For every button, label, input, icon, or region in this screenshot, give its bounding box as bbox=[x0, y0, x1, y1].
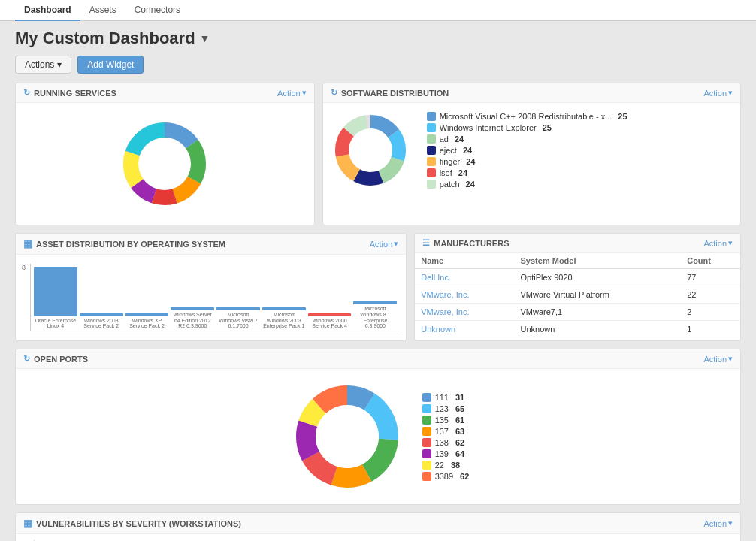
legend-item-0: Microsoft Visual C++ 2008 Redistributabl… bbox=[427, 112, 627, 121]
refresh-icon-op: ↻ bbox=[23, 354, 30, 364]
open-ports-body: 111 31 123 65 135 61 13 bbox=[16, 369, 740, 504]
table-row: Dell Inc. OptiPlex 9020 77 bbox=[415, 269, 740, 286]
port-legend-item-6: 22 38 bbox=[422, 461, 470, 470]
refresh-icon: ↻ bbox=[23, 88, 30, 98]
page-title: My Custom Dashboard bbox=[15, 29, 195, 48]
bar-icon-vuln: ▦ bbox=[23, 518, 32, 529]
port-legend-item-4: 138 62 bbox=[422, 438, 470, 447]
vulnerabilities-title: ▦ VULNERABILITIES BY SEVERITY (WORKSTATI… bbox=[23, 518, 241, 529]
manufacturers-title: ☰ MANUFACTURERS bbox=[422, 238, 509, 248]
manufacturers-table: Name System Model Count Dell Inc. OptiPl… bbox=[415, 253, 740, 337]
nav-assets[interactable]: Assets bbox=[80, 0, 125, 21]
vulnerabilities-widget: ▦ VULNERABILITIES BY SEVERITY (WORKSTATI… bbox=[15, 512, 741, 541]
software-distribution-body: Microsoft Visual C++ 2008 Redistributabl… bbox=[323, 103, 740, 198]
vulnerabilities-header: ▦ VULNERABILITIES BY SEVERITY (WORKSTATI… bbox=[16, 513, 740, 534]
open-ports-donut bbox=[287, 376, 407, 497]
top-navigation: Dashboard Assets Connectors bbox=[0, 0, 756, 21]
port-legend-item-0: 111 31 bbox=[422, 393, 470, 402]
nav-dashboard[interactable]: Dashboard bbox=[15, 0, 80, 21]
port-legend-item-3: 137 63 bbox=[422, 427, 470, 436]
open-ports-title: ↻ OPEN PORTS bbox=[23, 354, 88, 364]
mfr-name-link-0[interactable]: Dell Inc. bbox=[421, 273, 451, 282]
svg-point-17 bbox=[355, 134, 386, 166]
asset-distribution-title: ▦ ASSET DISTRIBUTION BY OPERATING SYSTEM bbox=[23, 238, 225, 249]
manufacturers-widget: ☰ MANUFACTURERS Action ▾ Name System Mod… bbox=[414, 233, 741, 341]
table-row: VMware, Inc. VMware Virtual Platform 22 bbox=[415, 286, 740, 304]
port-legend-item-5: 139 64 bbox=[422, 449, 470, 458]
running-services-action[interactable]: Action ▾ bbox=[277, 88, 307, 98]
manufacturers-header: ☰ MANUFACTURERS Action ▾ bbox=[415, 234, 740, 253]
open-ports-header: ↻ OPEN PORTS Action ▾ bbox=[16, 349, 740, 369]
port-legend-item-1: 123 65 bbox=[422, 404, 470, 413]
software-distribution-donut bbox=[329, 109, 412, 192]
asset-distribution-body: 8 Oracle Enterprise Linux 4 Windows 2003… bbox=[16, 255, 406, 340]
asset-distribution-widget: ▦ ASSET DISTRIBUTION BY OPERATING SYSTEM… bbox=[15, 233, 407, 341]
table-row: Unknown Unknown 1 bbox=[415, 321, 740, 338]
running-services-title: ↻ RUNNING SERVICES bbox=[23, 88, 116, 98]
legend-item-2: ad 24 bbox=[427, 134, 627, 144]
open-ports-legend: 111 31 123 65 135 61 13 bbox=[422, 393, 470, 481]
col-model: System Model bbox=[515, 253, 682, 269]
col-name: Name bbox=[415, 253, 514, 269]
widget-row-2: ▦ ASSET DISTRIBUTION BY OPERATING SYSTEM… bbox=[15, 233, 741, 341]
nav-connectors[interactable]: Connectors bbox=[125, 0, 189, 21]
software-distribution-widget: ↻ SOFTWARE DISTRIBUTION Action ▾ bbox=[322, 83, 741, 225]
svg-point-27 bbox=[316, 405, 379, 468]
open-ports-action[interactable]: Action ▾ bbox=[703, 354, 733, 364]
manufacturers-action[interactable]: Action ▾ bbox=[703, 238, 733, 248]
mfr-name-link-2[interactable]: VMware, Inc. bbox=[421, 307, 469, 316]
widget-row-1: ↻ RUNNING SERVICES Action ▾ bbox=[15, 83, 741, 225]
bar-chart-icon: ▦ bbox=[23, 238, 32, 249]
software-distribution-action[interactable]: Action ▾ bbox=[703, 88, 733, 98]
software-distribution-title: ↻ SOFTWARE DISTRIBUTION bbox=[331, 88, 449, 98]
actions-button[interactable]: Actions ▾ bbox=[15, 56, 71, 74]
manufacturers-body: Name System Model Count Dell Inc. OptiPl… bbox=[415, 253, 740, 337]
vulnerabilities-body: 60 40 20 0 bbox=[16, 534, 740, 541]
legend-item-6: patch 24 bbox=[427, 180, 627, 189]
add-widget-button[interactable]: Add Widget bbox=[77, 56, 144, 74]
table-row: VMware, Inc. VMware7,1 2 bbox=[415, 304, 740, 321]
widget-row-3: ↻ OPEN PORTS Action ▾ bbox=[15, 349, 741, 505]
running-services-widget: ↻ RUNNING SERVICES Action ▾ bbox=[15, 83, 315, 225]
asset-distribution-action[interactable]: Action ▾ bbox=[370, 239, 399, 249]
asset-distribution-header: ▦ ASSET DISTRIBUTION BY OPERATING SYSTEM… bbox=[16, 234, 406, 255]
list-icon: ☰ bbox=[422, 238, 430, 248]
software-distribution-legend: Microsoft Visual C++ 2008 Redistributabl… bbox=[427, 112, 627, 189]
mfr-name-link-1[interactable]: VMware, Inc. bbox=[421, 290, 469, 299]
legend-item-1: Windows Internet Explorer 25 bbox=[427, 123, 627, 132]
open-ports-widget: ↻ OPEN PORTS Action ▾ bbox=[15, 349, 741, 505]
legend-item-5: isof 24 bbox=[427, 168, 627, 177]
svg-point-8 bbox=[146, 145, 183, 183]
vulnerabilities-action[interactable]: Action ▾ bbox=[703, 518, 733, 528]
legend-item-4: finger 24 bbox=[427, 157, 627, 166]
running-services-body bbox=[16, 103, 314, 225]
action-bar: Actions ▾ Add Widget bbox=[15, 56, 741, 74]
software-distribution-header: ↻ SOFTWARE DISTRIBUTION Action ▾ bbox=[323, 83, 740, 103]
running-services-header: ↻ RUNNING SERVICES Action ▾ bbox=[16, 83, 314, 103]
port-legend-item-2: 135 61 bbox=[422, 416, 470, 425]
legend-item-3: eject 24 bbox=[427, 146, 627, 155]
running-services-donut bbox=[116, 115, 213, 213]
main-content: My Custom Dashboard ▼ Actions ▾ Add Widg… bbox=[0, 21, 756, 541]
col-count: Count bbox=[681, 253, 740, 269]
mfr-name-link-3[interactable]: Unknown bbox=[421, 325, 455, 334]
port-legend-item-7: 3389 62 bbox=[422, 472, 470, 481]
refresh-icon-sw: ↻ bbox=[331, 88, 337, 98]
dashboard-header: My Custom Dashboard ▼ bbox=[15, 29, 741, 48]
widget-row-4: ▦ VULNERABILITIES BY SEVERITY (WORKSTATI… bbox=[15, 512, 741, 541]
dashboard-dropdown-icon[interactable]: ▼ bbox=[200, 32, 210, 44]
